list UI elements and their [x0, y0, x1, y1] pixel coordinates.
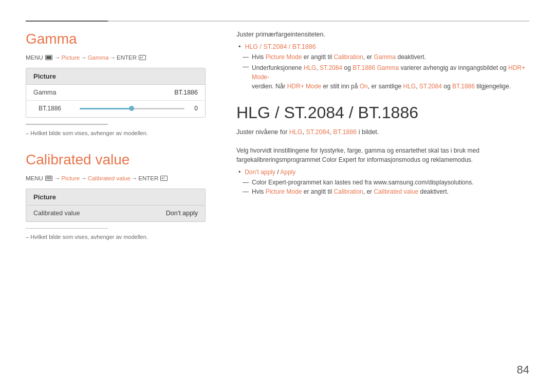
block2-text3: varierer avhengig av inngangsbildet og [399, 64, 508, 71]
hlg-subtitle: Juster nivåene for HLG, ST.2084, BT.1886… [236, 128, 529, 136]
block2-bt2: BT.1886 [452, 83, 475, 90]
bt1886-value: 0 [190, 105, 198, 112]
menu-label: MENU [26, 54, 43, 61]
top-divider-accent [26, 21, 108, 22]
cal-arrow3: → [132, 175, 138, 181]
block2-text2: og [342, 64, 353, 71]
cal-dash2: — [243, 188, 249, 195]
left-column: Gamma MENU → Picture → Gamma → ENTER Pic… [26, 21, 221, 371]
bt1886-subrow: BT.1886 0 [26, 101, 205, 117]
block1-gamma: Gamma [374, 53, 396, 61]
calibrated-row-label: Calibrated value [33, 210, 80, 217]
cal-block2-picture-mode: Picture Mode [266, 188, 302, 195]
block1-content: Hvis Picture Mode er angitt til Calibrat… [252, 53, 426, 61]
hlg-sub-comma1: , [303, 128, 306, 136]
block2-on: On [360, 83, 368, 90]
gamma-picture-box: Picture Gamma BT.1886 BT.1886 0 [26, 68, 206, 118]
hlg-sub-bt: BT.1886 [333, 128, 357, 136]
bullet-slash: / [275, 169, 280, 176]
menu-icon [45, 55, 52, 60]
enter-icon [139, 55, 146, 60]
cal-dash1: — [243, 179, 249, 186]
cal-block1: — Color Expert-programmet kan lastes ned… [240, 179, 529, 186]
block2-text7: og [442, 83, 452, 90]
block2-st2: ST.2084 [419, 83, 442, 90]
cal-block2-text1: Hvis [252, 188, 266, 195]
gamma-block2: — Underfunksjonene HLG, ST.2084 og BT.18… [240, 63, 529, 91]
arrow1: → [54, 54, 61, 61]
hlg-sub-hlg: HLG [289, 128, 303, 136]
enter-label: ENTER [117, 54, 137, 61]
block2-text5: er stilt inn på [321, 83, 360, 90]
block2-hlg2: HLG [403, 83, 416, 90]
gamma-divider [26, 124, 108, 125]
gamma-slider-track[interactable] [80, 108, 184, 109]
bt1886-label: BT.1886 [39, 105, 75, 112]
gamma-box-header: Picture [26, 68, 205, 85]
cal-block2-text3: , er [363, 188, 374, 195]
block1-text1: Hvis [252, 53, 266, 61]
calibrated-picture-box: Picture Calibrated value Don't apply [26, 189, 206, 222]
calibrated-link: Calibrated value [88, 175, 131, 181]
cal-block2: — Hvis Picture Mode er angitt til Calibr… [240, 188, 529, 195]
block2-hlg: HLG [304, 64, 317, 71]
gamma-title: Gamma [26, 31, 206, 47]
hlg-title: HLG / ST.2084 / BT.1886 [236, 103, 529, 122]
calibrated-divider [26, 228, 108, 229]
gamma-row: Gamma BT.1886 [26, 85, 205, 101]
hlg-sub-st: ST.2084 [306, 128, 330, 136]
gamma-menu-path: MENU → Picture → Gamma → ENTER [26, 54, 206, 61]
cal-enter-label: ENTER [138, 175, 158, 181]
gamma-row-label: Gamma [33, 89, 56, 96]
calibrated-row: Calibrated value Don't apply [26, 206, 205, 221]
gamma-note: – Hvilket bilde som vises, avhenger av m… [26, 130, 206, 136]
calibrated-box-header: Picture [26, 189, 205, 206]
dash1: — [243, 53, 249, 61]
gamma-right-intro: Juster primærfargeintensiteten. [236, 31, 529, 38]
picture-link: Picture [61, 54, 80, 61]
block1-text3: , er [363, 53, 374, 61]
block2-comma2: , [416, 83, 419, 90]
cal-block2-calibration: Calibration [334, 188, 363, 195]
hlg-sub-text2: i bildet. [357, 128, 379, 136]
block2-content: Underfunksjonene HLG, ST.2084 og BT.1886… [252, 63, 529, 91]
dont-apply-link: Don't apply [245, 169, 275, 176]
bullet-dot1: • [238, 43, 240, 50]
cal-arrow2: → [81, 175, 87, 181]
hlg-sub-text1: Juster nivåene for [236, 128, 289, 136]
cal-block2-calibrated: Calibrated value [374, 188, 418, 195]
cal-block2-content: Hvis Picture Mode er angitt til Calibrat… [252, 188, 449, 195]
gamma-section: Gamma MENU → Picture → Gamma → ENTER Pic… [26, 31, 206, 136]
cal-block1-text: Color Expert-programmet kan lastes ned f… [252, 179, 474, 186]
calibrated-right-intro: Velg hvorvidt innstillingene for lysstyr… [236, 146, 529, 164]
hlg-st-bt-link: HLG / ST.2084 / BT.1886 [245, 43, 316, 50]
block1-calibration: Calibration [334, 53, 363, 61]
right-column: Juster primærfargeintensiteten. • HLG / … [221, 21, 529, 371]
cal-bullet-content: Don't apply / Apply [245, 169, 295, 176]
calibrated-menu-path: MENU → Picture → Calibrated value → ENTE… [26, 175, 206, 181]
cal-block2-text4: deaktivert. [418, 188, 449, 195]
block2-text4: verdien. Når [252, 83, 287, 90]
right-calibrated-content: Velg hvorvidt innstillingene for lysstyr… [236, 146, 529, 195]
cal-picture-link: Picture [61, 175, 80, 181]
gamma-slider-thumb [129, 106, 134, 111]
block2-text1: Underfunksjonene [252, 64, 304, 71]
block1-text4: deaktivert. [396, 53, 426, 61]
right-gamma-content: Juster primærfargeintensiteten. • HLG / … [236, 31, 529, 91]
cal-arrow1: → [54, 175, 61, 181]
calibrated-bullet: • Don't apply / Apply [236, 169, 529, 176]
dash2: — [243, 63, 249, 70]
arrow2: → [81, 54, 87, 61]
gamma-slider-fill [80, 108, 132, 109]
gamma-bullet1: • HLG / ST.2084 / BT.1886 [236, 43, 529, 50]
apply-link: Apply [280, 169, 295, 176]
block1-text2: er angitt til [302, 53, 334, 61]
cal-enter-icon [160, 176, 168, 181]
calibrated-title: Calibrated value [26, 152, 206, 168]
arrow3: → [110, 54, 116, 61]
cal-menu-icon [45, 176, 52, 181]
page-number: 84 [517, 363, 529, 377]
block2-text8: tilgjengelige. [475, 83, 511, 90]
calibrated-row-value: Don't apply [166, 210, 198, 217]
gamma-block1: — Hvis Picture Mode er angitt til Calibr… [240, 53, 529, 61]
